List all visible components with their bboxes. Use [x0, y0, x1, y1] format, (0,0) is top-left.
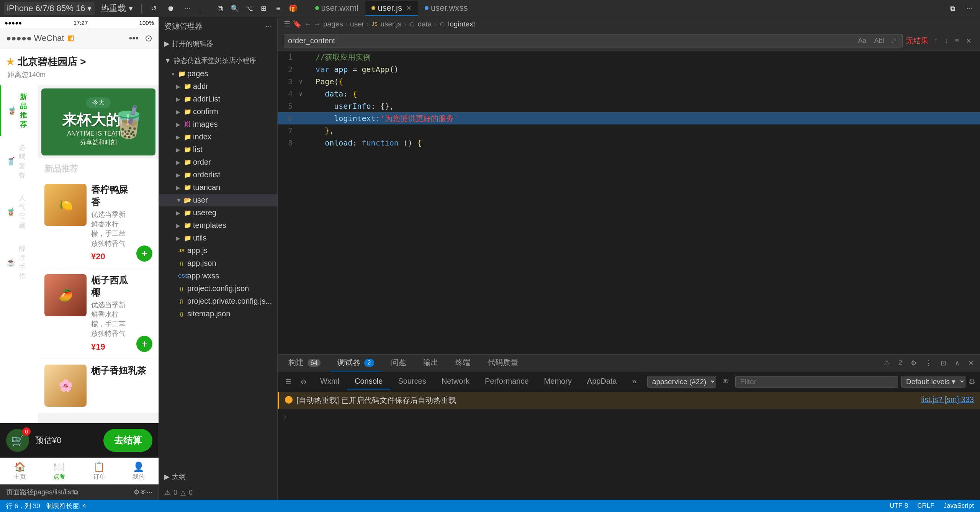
eye-icon[interactable]: 👁: [719, 377, 732, 386]
search-case-sensitive[interactable]: Aa: [856, 36, 869, 46]
console-settings-icon[interactable]: ⚙: [969, 377, 975, 386]
fold-4[interactable]: ∨: [299, 88, 306, 100]
breadcrumb-back-icon[interactable]: ←: [304, 20, 311, 28]
settings-icon[interactable]: ⚙: [134, 488, 140, 496]
tree-item-confirm[interactable]: ▶ 📁 confirm: [159, 105, 277, 118]
fold-3[interactable]: ∨: [299, 75, 306, 88]
console-expand-arrow[interactable]: ›: [278, 409, 980, 424]
devtools-pause-icon[interactable]: ⊘: [298, 377, 309, 387]
debug-close-icon[interactable]: ⊡: [937, 357, 949, 369]
search-icon[interactable]: 🔍: [228, 2, 242, 15]
log-levels-selector[interactable]: Default levels ▾: [901, 376, 965, 388]
tree-item-index[interactable]: ▶ 📁 index: [159, 131, 277, 143]
tree-item-appjson[interactable]: ▶ {} app.json: [159, 257, 277, 270]
tree-item-appjs[interactable]: ▶ JS app.js: [159, 244, 277, 257]
search-next-icon[interactable]: ↓: [942, 36, 950, 46]
cart-icon-container[interactable]: 🛒 0: [6, 429, 29, 452]
refresh-button[interactable]: ↺: [147, 2, 161, 15]
console-filter-input[interactable]: [735, 376, 898, 388]
hotreload-button[interactable]: 热重载 ▾: [98, 1, 136, 16]
devtools-tab-appdata[interactable]: AppData: [579, 374, 625, 389]
device-selector[interactable]: iPhone 6/7/8 85% 16 ▾: [4, 2, 95, 15]
stop-button[interactable]: ⏺: [164, 2, 178, 15]
tree-item-pages[interactable]: ▼ 📁 pages: [159, 67, 277, 80]
tree-item-utils[interactable]: ▶ 📁 utils: [159, 232, 277, 244]
tab-user-wxml[interactable]: user.wxml: [309, 1, 365, 16]
bottom-nav-orders[interactable]: 📋 订单: [79, 461, 119, 481]
breadcrumb-menu-icon[interactable]: ☰: [284, 20, 290, 28]
explorer-more-icon[interactable]: ···: [265, 22, 272, 31]
add-to-cart-0[interactable]: +: [136, 245, 152, 262]
tree-item-appwxss[interactable]: ▶ CSS app.wxss: [159, 270, 277, 282]
open-editors-section[interactable]: ▶ 打开的编辑器: [159, 37, 277, 51]
devtools-tab-sources[interactable]: Sources: [390, 374, 434, 389]
more-options-icon[interactable]: ···: [962, 2, 976, 15]
project-section[interactable]: ▼ 静态仿益禾堂奶茶店小程序: [159, 54, 277, 67]
tree-item-projectconfig[interactable]: ▶ {} project.config.json: [159, 282, 277, 295]
tree-item-orderlist[interactable]: ▶ 📁 orderlist: [159, 168, 277, 181]
debug-tab-output[interactable]: 输出: [416, 354, 446, 371]
search-close-icon[interactable]: ✕: [964, 36, 974, 46]
checkout-button[interactable]: 去结算: [103, 429, 152, 452]
breadcrumb-forward-icon[interactable]: →: [314, 20, 321, 28]
grid-icon[interactable]: ⊞: [257, 2, 271, 15]
tab-user-wxss[interactable]: user.wxss: [419, 1, 474, 16]
debug-settings-icon[interactable]: ⚙: [908, 357, 920, 369]
devtools-tab-network[interactable]: Network: [434, 374, 477, 389]
tab-close-js[interactable]: ✕: [406, 4, 412, 12]
tree-item-addrlist[interactable]: ▶ 📁 addrList: [159, 93, 277, 105]
devtools-more-tabs-icon[interactable]: »: [625, 374, 644, 389]
search-select-all-icon[interactable]: ≡: [952, 36, 961, 46]
branch-icon[interactable]: ⌥: [242, 2, 256, 15]
more-button[interactable]: ···: [181, 2, 195, 15]
debug-more-icon[interactable]: ⋮: [922, 357, 935, 369]
devtools-tab-performance[interactable]: Performance: [477, 374, 537, 389]
tree-item-order[interactable]: ▶ 📁 order: [159, 156, 277, 168]
camera-icon[interactable]: ⊙: [145, 33, 152, 44]
console-link-0[interactable]: list.js? [sm]:333: [921, 395, 974, 404]
tree-item-addr[interactable]: ▶ 📁 addr: [159, 80, 277, 93]
appservice-selector[interactable]: appservice (#22): [647, 376, 716, 388]
tree-item-user[interactable]: ▼ 📂 user: [159, 194, 277, 206]
gift-icon[interactable]: 🎁: [286, 2, 300, 15]
list-icon[interactable]: ≡: [272, 2, 285, 15]
tree-item-sitemap[interactable]: ▶ {} sitemap.json: [159, 308, 277, 320]
more-icon[interactable]: ···: [147, 488, 152, 496]
copy-icon[interactable]: ⧉: [213, 2, 227, 15]
debug-expand-icon[interactable]: ✕: [965, 357, 977, 369]
category-handcraft[interactable]: ☕ 醇厚手作: [0, 237, 38, 288]
devtools-tab-wxml[interactable]: Wxml: [312, 374, 347, 389]
preview-icon[interactable]: 👁: [140, 488, 147, 496]
debug-tab-terminal[interactable]: 终端: [448, 354, 478, 371]
debug-tab-build[interactable]: 构建 64: [281, 354, 328, 371]
page-path-copy-icon[interactable]: ⧉: [73, 488, 78, 496]
bottom-nav-order[interactable]: 🍽️ 点餐: [40, 461, 80, 481]
dots-icon[interactable]: •••: [129, 33, 139, 44]
search-regex[interactable]: .*: [889, 36, 898, 46]
tab-user-js[interactable]: user.js ✕: [365, 1, 418, 16]
devtools-toggle-icon[interactable]: ☰: [282, 377, 294, 387]
tree-item-projectprivate[interactable]: ▶ {} project.private.config.js...: [159, 295, 277, 308]
search-whole-word[interactable]: Abl: [872, 36, 886, 46]
bottom-nav-home[interactable]: 🏠 主页: [0, 461, 40, 481]
category-meal[interactable]: 🥤 必喝套餐: [0, 136, 38, 186]
search-prev-icon[interactable]: ↑: [932, 36, 940, 46]
tree-item-images[interactable]: ▶ 🖼 images: [159, 118, 277, 131]
add-to-cart-1[interactable]: +: [136, 336, 152, 352]
outline-section[interactable]: ▶ 大纲: [159, 470, 277, 484]
devtools-tab-console[interactable]: Console: [347, 374, 390, 389]
tree-item-tuancan[interactable]: ▶ 📁 tuancan: [159, 181, 277, 194]
debug-tab-debugger[interactable]: 调试器 2: [330, 354, 381, 371]
split-editor-icon[interactable]: ⧉: [946, 2, 959, 15]
category-new[interactable]: 🧋 新品推荐: [0, 85, 38, 136]
tree-item-list[interactable]: ▶ 📁 list: [159, 143, 277, 156]
tree-item-templates[interactable]: ▶ 📁 templates: [159, 219, 277, 232]
tree-item-usereg[interactable]: ▶ 📁 usereg: [159, 206, 277, 219]
debug-collapse-icon[interactable]: ∧: [952, 357, 963, 369]
bottom-nav-profile[interactable]: 👤 我的: [119, 461, 159, 481]
debug-tab-issues[interactable]: 问题: [383, 354, 414, 371]
debug-tab-quality[interactable]: 代码质量: [480, 354, 526, 371]
category-popular[interactable]: 🧋 人气宝藏: [0, 186, 38, 237]
breadcrumb-bookmark-icon[interactable]: 🔖: [293, 20, 302, 28]
devtools-tab-memory[interactable]: Memory: [537, 374, 579, 389]
